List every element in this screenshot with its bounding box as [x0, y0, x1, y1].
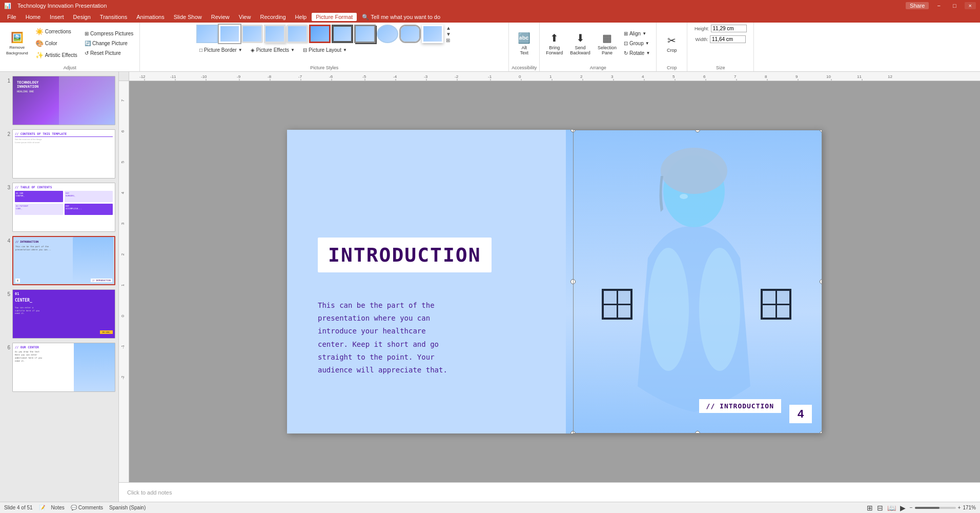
color-button[interactable]: 🎨 Color	[32, 38, 80, 49]
style-scroll-down[interactable]: ▼	[444, 31, 453, 37]
picture-border-icon: □	[199, 47, 202, 53]
menu-insert[interactable]: Insert	[46, 13, 68, 21]
picture-style-9[interactable]	[377, 25, 398, 43]
svg-text:4: 4	[642, 74, 644, 79]
app-body: 1 TECHNOLOGYINNOVATIONHEALING ONE 2 // C…	[0, 72, 980, 502]
group-button[interactable]: ⊡ Group ▼	[621, 39, 653, 48]
ribbon-group-picture-styles: ▲ ▼ ⊞ □ Picture Border ▼ ◈ Picture Effec…	[140, 23, 509, 71]
svg-text:-2: -2	[455, 74, 459, 79]
intro-title-box[interactable]: INTRODUCTION	[318, 238, 492, 272]
svg-text:0: 0	[519, 74, 521, 79]
picture-style-2[interactable]	[219, 25, 240, 43]
slide-4-content: INTRODUCTION This can be the part of the…	[287, 130, 822, 433]
zoom-slider[interactable]	[915, 507, 956, 509]
svg-text:2: 2	[580, 74, 583, 79]
window-controls: Share − □ ×	[906, 2, 976, 9]
remove-background-button[interactable]: 🖼️ Remove Background	[3, 29, 31, 58]
picture-style-1[interactable]	[196, 25, 218, 43]
notes-button[interactable]: Notes	[51, 505, 65, 510]
reset-picture-button[interactable]: ↺ Reset Picture	[81, 49, 136, 57]
picture-style-3[interactable]	[241, 25, 263, 43]
minimize-button[interactable]: −	[933, 2, 944, 9]
svg-text:7: 7	[120, 99, 125, 102]
view-reading-icon[interactable]: 📖	[887, 504, 896, 512]
picture-border-button[interactable]: □ Picture Border ▼	[196, 46, 246, 54]
slide-panel: 1 TECHNOLOGYINNOVATIONHEALING ONE 2 // C…	[0, 72, 119, 502]
view-normal-icon[interactable]: ⊞	[867, 504, 873, 512]
menu-home[interactable]: Home	[22, 13, 45, 21]
canvas-area: -12 -11 -10 -9 -8 -7 -6 -5 -4 -3 -2 -1 0…	[119, 72, 980, 502]
compress-pictures-button[interactable]: ⊞ Compress Pictures	[81, 29, 136, 38]
height-input[interactable]	[711, 25, 747, 32]
size-inputs: Height: Width:	[695, 25, 747, 69]
menu-slideshow[interactable]: Slide Show	[170, 13, 206, 21]
zoom-out-button[interactable]: −	[910, 505, 913, 510]
svg-text:-3: -3	[424, 74, 428, 79]
picture-style-7[interactable]	[332, 25, 353, 43]
picture-effects-dropdown-icon: ▼	[291, 48, 295, 52]
slide-thumb-6[interactable]: 6 // OUR CENTER As you draw the textHere…	[3, 343, 115, 392]
menu-design[interactable]: Design	[69, 13, 95, 21]
picture-style-4[interactable]	[264, 25, 285, 43]
menu-recording[interactable]: Recording	[256, 13, 290, 21]
svg-text:7: 7	[734, 74, 737, 79]
comments-button[interactable]: 💬 Comments	[71, 505, 103, 510]
notes-area[interactable]: Click to add notes	[119, 482, 980, 502]
slide-number-2: 2	[3, 131, 10, 137]
menu-view[interactable]: View	[235, 13, 255, 21]
status-left: Slide 4 of 51 📝 Notes 💬 Comments Spanish…	[4, 505, 146, 510]
width-input[interactable]	[710, 35, 746, 43]
style-more[interactable]: ⊞	[444, 37, 453, 43]
menu-file[interactable]: File	[3, 13, 21, 21]
menu-animations[interactable]: Animations	[132, 13, 168, 21]
size-label: Size	[687, 65, 753, 70]
crop-button[interactable]: ✂ Crop	[661, 32, 683, 55]
style-scroll-up[interactable]: ▲	[444, 25, 453, 31]
rotate-button[interactable]: ↻ Rotate ▼	[621, 49, 653, 57]
slide-thumb-1[interactable]: 1 TECHNOLOGYINNOVATIONHEALING ONE	[3, 76, 115, 125]
slide-canvas[interactable]: INTRODUCTION This can be the part of the…	[129, 81, 980, 482]
close-button[interactable]: ×	[965, 2, 976, 9]
slide-thumb-5[interactable]: 5 01 CENTER_ You can enter asubtitle her…	[3, 289, 115, 339]
adjust-label: Adjust	[0, 65, 139, 70]
slide-thumb-2[interactable]: 2 // CONTENTS OF THIS TEMPLATE Get the m…	[3, 129, 115, 179]
picture-style-8[interactable]	[354, 25, 376, 43]
send-backward-button[interactable]: ⬇ Send Backward	[567, 30, 594, 57]
slide-thumb-4[interactable]: 4 // INTRODUCTION This can be the part o…	[3, 236, 115, 285]
picture-style-10[interactable]	[399, 25, 421, 43]
crop-buttons: ✂ Crop	[661, 25, 683, 69]
share-button[interactable]: Share	[906, 2, 929, 9]
zoom-in-button[interactable]: +	[958, 505, 961, 510]
menu-picture-format[interactable]: Picture Format	[312, 13, 357, 21]
change-picture-button[interactable]: 🔄 Change Picture	[81, 39, 136, 48]
svg-text:6: 6	[703, 74, 706, 79]
picture-style-11[interactable]	[422, 25, 443, 43]
slide-preview-1: TECHNOLOGYINNOVATIONHEALING ONE	[12, 76, 115, 125]
view-slide-sorter-icon[interactable]: ⊟	[877, 504, 883, 512]
slide-number-6: 6	[3, 345, 10, 350]
zoom-controls: − + 171%	[910, 505, 976, 510]
title-bar: 📊 Technology Innovation Presentation Sha…	[0, 0, 980, 11]
menu-transitions[interactable]: Transitions	[96, 13, 131, 21]
menu-search[interactable]: 🔍 Tell me what you want to do	[358, 13, 444, 22]
alt-text-button[interactable]: 🔤 Alt Text	[513, 30, 536, 57]
selection-pane-button[interactable]: ▦ Selection Pane	[595, 30, 620, 57]
svg-text:-6: -6	[329, 74, 333, 79]
picture-layout-button[interactable]: ⊟ Picture Layout ▼	[300, 46, 350, 54]
picture-style-6-selected[interactable]	[309, 25, 331, 43]
ribbon-group-crop: ✂ Crop Crop	[657, 23, 687, 71]
remove-bg-icon: 🖼️	[11, 31, 24, 44]
menu-review[interactable]: Review	[207, 13, 234, 21]
intro-body-text[interactable]: This can be the part of the presentation…	[318, 299, 584, 377]
align-button[interactable]: ⊞ Align ▼	[621, 29, 653, 38]
slide-thumb-3[interactable]: 3 // TABLE OF CONTENTS 01 OURCENTER_ KEY…	[3, 183, 115, 232]
bring-forward-button[interactable]: ⬆ Bring Forward	[543, 30, 566, 57]
picture-style-5[interactable]	[287, 25, 308, 43]
artistic-effects-button[interactable]: ✨ Artistic Effects	[32, 50, 80, 61]
picture-effects-button[interactable]: ◈ Picture Effects ▼	[248, 46, 298, 54]
view-presenter-icon[interactable]: ▶	[900, 504, 906, 512]
menu-help[interactable]: Help	[291, 13, 311, 21]
picture-layout-icon: ⊟	[303, 47, 307, 53]
maximize-button[interactable]: □	[949, 2, 961, 9]
corrections-button[interactable]: ☀️ Corrections	[32, 26, 80, 37]
